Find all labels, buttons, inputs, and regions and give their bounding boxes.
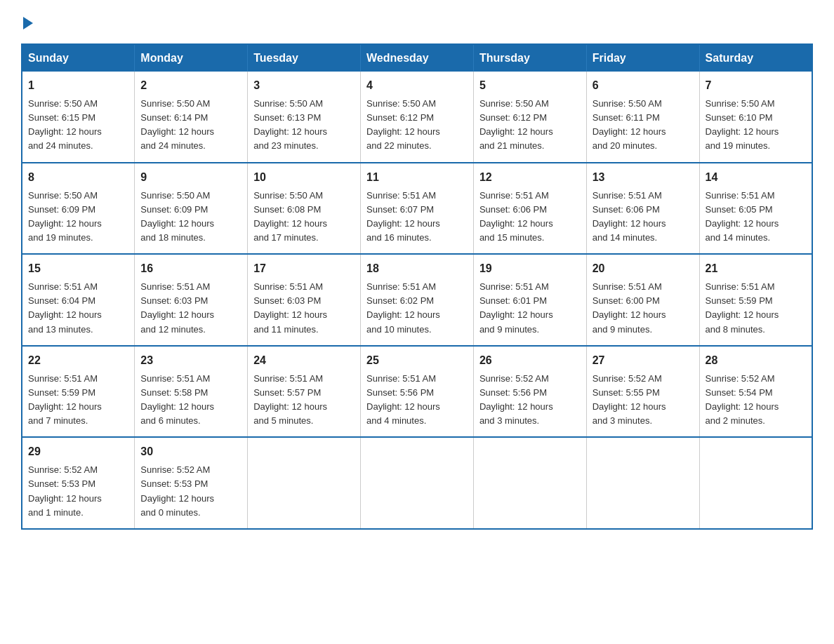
day-info: Sunrise: 5:52 AMSunset: 5:53 PMDaylight:… [140, 464, 214, 517]
day-number: 10 [253, 169, 355, 186]
day-header-sunday: Sunday [22, 44, 135, 72]
day-info: Sunrise: 5:51 AMSunset: 6:05 PMDaylight:… [706, 190, 779, 243]
day-number: 20 [593, 260, 694, 277]
calendar-cell [361, 437, 474, 529]
day-number: 26 [479, 352, 581, 369]
day-info: Sunrise: 5:51 AMSunset: 5:59 PMDaylight:… [28, 373, 102, 426]
day-info: Sunrise: 5:51 AMSunset: 6:04 PMDaylight:… [28, 281, 102, 334]
day-header-thursday: Thursday [473, 44, 586, 72]
day-number: 7 [706, 77, 806, 94]
day-number: 3 [253, 77, 355, 94]
calendar-week-row: 8 Sunrise: 5:50 AMSunset: 6:09 PMDayligh… [22, 163, 812, 255]
day-number: 11 [366, 169, 468, 186]
calendar-cell: 9 Sunrise: 5:50 AMSunset: 6:09 PMDayligh… [135, 163, 248, 255]
day-number: 25 [366, 352, 468, 369]
calendar-cell: 26 Sunrise: 5:52 AMSunset: 5:56 PMDaylig… [473, 346, 586, 438]
page-header [21, 14, 813, 29]
calendar-cell [248, 437, 361, 529]
calendar-cell: 13 Sunrise: 5:51 AMSunset: 6:06 PMDaylig… [586, 163, 699, 255]
calendar-cell: 17 Sunrise: 5:51 AMSunset: 6:03 PMDaylig… [248, 254, 361, 346]
day-info: Sunrise: 5:51 AMSunset: 6:07 PMDaylight:… [366, 190, 440, 243]
calendar-cell: 6 Sunrise: 5:50 AMSunset: 6:11 PMDayligh… [586, 72, 699, 163]
day-info: Sunrise: 5:51 AMSunset: 5:59 PMDaylight:… [706, 281, 779, 334]
day-number: 23 [140, 352, 241, 369]
day-info: Sunrise: 5:51 AMSunset: 6:03 PMDaylight:… [253, 281, 327, 334]
calendar-cell: 11 Sunrise: 5:51 AMSunset: 6:07 PMDaylig… [361, 163, 474, 255]
day-number: 5 [479, 77, 581, 94]
calendar-week-row: 29 Sunrise: 5:52 AMSunset: 5:53 PMDaylig… [22, 437, 812, 529]
day-number: 15 [28, 260, 128, 277]
calendar-cell: 18 Sunrise: 5:51 AMSunset: 6:02 PMDaylig… [361, 254, 474, 346]
day-info: Sunrise: 5:51 AMSunset: 6:01 PMDaylight:… [479, 281, 553, 334]
day-info: Sunrise: 5:52 AMSunset: 5:54 PMDaylight:… [706, 373, 779, 426]
day-info: Sunrise: 5:50 AMSunset: 6:09 PMDaylight:… [28, 190, 102, 243]
calendar-cell [699, 437, 812, 529]
day-number: 30 [140, 443, 241, 460]
day-info: Sunrise: 5:52 AMSunset: 5:55 PMDaylight:… [593, 373, 666, 426]
day-info: Sunrise: 5:51 AMSunset: 5:56 PMDaylight:… [366, 373, 440, 426]
calendar-cell: 22 Sunrise: 5:51 AMSunset: 5:59 PMDaylig… [22, 346, 135, 438]
day-number: 2 [140, 77, 241, 94]
day-number: 12 [479, 169, 581, 186]
calendar-cell: 8 Sunrise: 5:50 AMSunset: 6:09 PMDayligh… [22, 163, 135, 255]
logo-arrow-icon [23, 17, 33, 29]
day-info: Sunrise: 5:52 AMSunset: 5:56 PMDaylight:… [479, 373, 553, 426]
day-header-tuesday: Tuesday [248, 44, 361, 72]
day-number: 13 [593, 169, 694, 186]
day-number: 6 [593, 77, 694, 94]
calendar-cell: 23 Sunrise: 5:51 AMSunset: 5:58 PMDaylig… [135, 346, 248, 438]
day-number: 24 [253, 352, 355, 369]
day-number: 28 [706, 352, 806, 369]
calendar-cell: 25 Sunrise: 5:51 AMSunset: 5:56 PMDaylig… [361, 346, 474, 438]
day-header-monday: Monday [135, 44, 248, 72]
calendar-cell: 7 Sunrise: 5:50 AMSunset: 6:10 PMDayligh… [699, 72, 812, 163]
day-info: Sunrise: 5:51 AMSunset: 5:57 PMDaylight:… [253, 373, 327, 426]
day-number: 8 [28, 169, 128, 186]
calendar-cell: 14 Sunrise: 5:51 AMSunset: 6:05 PMDaylig… [699, 163, 812, 255]
day-number: 14 [706, 169, 806, 186]
calendar-cell: 20 Sunrise: 5:51 AMSunset: 6:00 PMDaylig… [586, 254, 699, 346]
day-info: Sunrise: 5:50 AMSunset: 6:12 PMDaylight:… [479, 98, 553, 151]
day-number: 29 [28, 443, 128, 460]
day-info: Sunrise: 5:51 AMSunset: 6:02 PMDaylight:… [366, 281, 440, 334]
calendar-cell: 5 Sunrise: 5:50 AMSunset: 6:12 PMDayligh… [473, 72, 586, 163]
calendar-cell: 2 Sunrise: 5:50 AMSunset: 6:14 PMDayligh… [135, 72, 248, 163]
calendar-week-row: 1 Sunrise: 5:50 AMSunset: 6:15 PMDayligh… [22, 72, 812, 163]
day-number: 27 [593, 352, 694, 369]
day-info: Sunrise: 5:50 AMSunset: 6:10 PMDaylight:… [706, 98, 779, 151]
logo [21, 14, 33, 29]
day-info: Sunrise: 5:50 AMSunset: 6:08 PMDaylight:… [253, 190, 327, 243]
day-number: 9 [140, 169, 241, 186]
calendar-cell: 29 Sunrise: 5:52 AMSunset: 5:53 PMDaylig… [22, 437, 135, 529]
day-header-friday: Friday [586, 44, 699, 72]
day-info: Sunrise: 5:50 AMSunset: 6:15 PMDaylight:… [28, 98, 102, 151]
day-number: 4 [366, 77, 468, 94]
day-info: Sunrise: 5:50 AMSunset: 6:12 PMDaylight:… [366, 98, 440, 151]
day-info: Sunrise: 5:51 AMSunset: 6:03 PMDaylight:… [140, 281, 214, 334]
calendar-week-row: 22 Sunrise: 5:51 AMSunset: 5:59 PMDaylig… [22, 346, 812, 438]
calendar-cell: 1 Sunrise: 5:50 AMSunset: 6:15 PMDayligh… [22, 72, 135, 163]
calendar-cell [586, 437, 699, 529]
day-info: Sunrise: 5:50 AMSunset: 6:14 PMDaylight:… [140, 98, 214, 151]
calendar-cell: 15 Sunrise: 5:51 AMSunset: 6:04 PMDaylig… [22, 254, 135, 346]
day-number: 16 [140, 260, 241, 277]
calendar-cell: 10 Sunrise: 5:50 AMSunset: 6:08 PMDaylig… [248, 163, 361, 255]
day-info: Sunrise: 5:50 AMSunset: 6:11 PMDaylight:… [593, 98, 666, 151]
day-number: 22 [28, 352, 128, 369]
calendar-header-row: SundayMondayTuesdayWednesdayThursdayFrid… [22, 44, 812, 72]
calendar-cell: 12 Sunrise: 5:51 AMSunset: 6:06 PMDaylig… [473, 163, 586, 255]
day-info: Sunrise: 5:50 AMSunset: 6:13 PMDaylight:… [253, 98, 327, 151]
day-number: 1 [28, 77, 128, 94]
day-info: Sunrise: 5:51 AMSunset: 6:06 PMDaylight:… [593, 190, 666, 243]
calendar-cell: 24 Sunrise: 5:51 AMSunset: 5:57 PMDaylig… [248, 346, 361, 438]
day-info: Sunrise: 5:50 AMSunset: 6:09 PMDaylight:… [140, 190, 214, 243]
day-number: 18 [366, 260, 468, 277]
day-number: 19 [479, 260, 581, 277]
day-header-wednesday: Wednesday [361, 44, 474, 72]
calendar-cell: 19 Sunrise: 5:51 AMSunset: 6:01 PMDaylig… [473, 254, 586, 346]
calendar-cell: 27 Sunrise: 5:52 AMSunset: 5:55 PMDaylig… [586, 346, 699, 438]
day-header-saturday: Saturday [699, 44, 812, 72]
day-info: Sunrise: 5:52 AMSunset: 5:53 PMDaylight:… [28, 464, 102, 517]
calendar-cell: 16 Sunrise: 5:51 AMSunset: 6:03 PMDaylig… [135, 254, 248, 346]
calendar-cell: 3 Sunrise: 5:50 AMSunset: 6:13 PMDayligh… [248, 72, 361, 163]
